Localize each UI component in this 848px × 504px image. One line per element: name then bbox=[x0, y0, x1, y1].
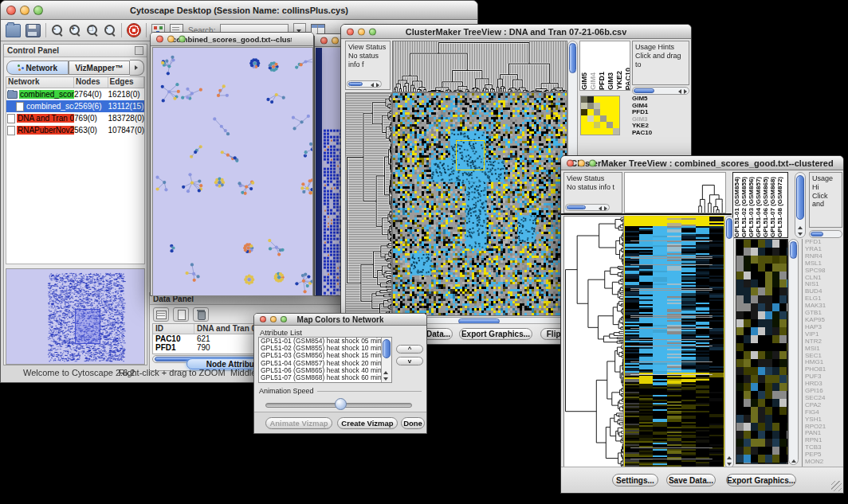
scroll-up-icon[interactable] bbox=[383, 371, 388, 374]
column-label[interactable]: GPL51-01 (GSM854) bbox=[734, 177, 740, 237]
close-icon[interactable] bbox=[347, 28, 354, 35]
column-header-network[interactable]: Network bbox=[6, 77, 74, 88]
help-icon[interactable] bbox=[127, 23, 141, 37]
network-canvas[interactable] bbox=[152, 47, 313, 296]
network-row-selected[interactable]: combined_sco 2569(6) 13112(15) bbox=[6, 100, 144, 112]
scroll-left-icon[interactable] bbox=[599, 206, 602, 211]
heatmap-vscrollbar[interactable] bbox=[724, 216, 734, 468]
tab-network[interactable]: Network bbox=[6, 61, 69, 75]
zoom-out-icon[interactable]: - bbox=[51, 24, 64, 37]
column-label[interactable]: GIM3 bbox=[607, 72, 614, 90]
scroll-right-icon[interactable] bbox=[604, 206, 607, 211]
tab-vizmapper[interactable]: VizMapper™ bbox=[69, 61, 131, 75]
save-data-button[interactable]: Save Data... bbox=[666, 474, 716, 486]
column-label[interactable]: PAC10 bbox=[625, 68, 630, 90]
dialog-titlebar[interactable]: Map Colors to Network bbox=[254, 314, 426, 326]
network-row[interactable]: combined_scores_ 2764(0) 16218(0) bbox=[6, 88, 144, 100]
scroll-up-icon[interactable] bbox=[727, 456, 732, 459]
network-row[interactable]: RNAPuberNov2+ 563(0) 107847(0) bbox=[6, 124, 144, 136]
column-dendrogram[interactable] bbox=[392, 41, 567, 92]
usage-hints-scrollbar[interactable] bbox=[809, 230, 842, 238]
gene-label[interactable]: MON2 bbox=[805, 459, 843, 466]
speed-slider-thumb[interactable] bbox=[335, 398, 347, 410]
column-label[interactable]: GPL51-08 (GSM872) bbox=[777, 177, 783, 237]
zoom-window-icon[interactable] bbox=[281, 316, 287, 322]
scrollbar-thumb[interactable] bbox=[796, 175, 804, 220]
minimize-icon[interactable] bbox=[578, 159, 585, 166]
scrollbar-thumb[interactable] bbox=[634, 88, 654, 93]
float-panel-icon[interactable] bbox=[135, 46, 143, 55]
view-status-scrollbar[interactable] bbox=[347, 80, 382, 88]
export-graphics-button[interactable]: Export Graphics... bbox=[459, 328, 532, 340]
more-tabs-button[interactable] bbox=[130, 60, 144, 76]
zoom-window-icon[interactable] bbox=[589, 159, 596, 166]
scrollbar-thumb[interactable] bbox=[790, 241, 797, 259]
row-label[interactable]: PAC10 bbox=[632, 130, 669, 137]
minimize-icon[interactable] bbox=[20, 6, 29, 15]
column-header-id[interactable]: ID bbox=[153, 324, 194, 334]
usage-hints-scrollbar[interactable] bbox=[632, 87, 689, 95]
close-icon[interactable] bbox=[320, 37, 328, 44]
scroll-left-icon[interactable] bbox=[371, 83, 374, 88]
column-label[interactable]: GPL51-07 (GSM868) bbox=[770, 177, 776, 237]
scroll-up-icon[interactable] bbox=[791, 459, 796, 463]
select-attributes-icon[interactable] bbox=[153, 307, 169, 322]
column-label[interactable]: YKE2 bbox=[616, 71, 623, 90]
minimize-icon[interactable] bbox=[332, 37, 339, 44]
global-heatmap[interactable] bbox=[392, 92, 567, 316]
column-label[interactable]: GPL51-06 (GSM865) bbox=[763, 177, 769, 237]
zoom-window-icon[interactable] bbox=[33, 6, 43, 15]
global-heatmap[interactable] bbox=[624, 216, 724, 468]
birdseye-view[interactable] bbox=[6, 268, 145, 365]
treeview2-titlebar[interactable]: ClusterMaker TreeView : combined_scores_… bbox=[561, 156, 843, 170]
network-view-titlebar[interactable]: combined_scores_good.txt--cluste... bbox=[151, 33, 313, 46]
scroll-right-icon[interactable] bbox=[684, 89, 687, 94]
zoom-window-icon[interactable] bbox=[369, 28, 376, 35]
column-label[interactable]: GIM4 bbox=[590, 72, 597, 90]
zoom-fit-icon[interactable]: □ bbox=[86, 24, 99, 37]
scroll-down-icon[interactable] bbox=[383, 377, 388, 381]
column-label[interactable]: GPL51-03 (GSM856) bbox=[748, 177, 755, 237]
gene-labels[interactable]: PFD1YRA1RNR4MSL1SPC98CLN1NIS1BUD4ELG1MAK… bbox=[802, 239, 843, 467]
settings-button[interactable]: Settings... bbox=[612, 474, 658, 486]
scroll-up-icon[interactable] bbox=[798, 226, 803, 229]
column-header-nodes[interactable]: Nodes bbox=[74, 77, 108, 88]
minimize-icon[interactable] bbox=[358, 28, 365, 35]
zoom-heatmap-vscrollbar[interactable] bbox=[788, 239, 799, 465]
column-label[interactable]: GPL51-02 (GSM855) bbox=[741, 177, 748, 237]
scroll-down-icon[interactable] bbox=[798, 232, 803, 236]
scrollbar-thumb[interactable] bbox=[567, 205, 586, 209]
close-icon[interactable] bbox=[156, 36, 163, 43]
zoom-in-icon[interactable]: + bbox=[69, 24, 81, 37]
scroll-right-icon[interactable] bbox=[376, 83, 379, 88]
column-labels[interactable]: GIM5GIM4PFD1GIM3YKE2PAC10 bbox=[579, 41, 630, 91]
row-labels[interactable]: GIM5GIM4PFD1GIM3YKE2PAC10 bbox=[632, 96, 669, 139]
network-row[interactable]: DNA and Tran 07 769(0) 183728(0) bbox=[6, 112, 144, 124]
row-dendrogram[interactable] bbox=[563, 216, 624, 468]
birdseye-selection-rect[interactable] bbox=[75, 309, 100, 344]
zoom-heatmap[interactable] bbox=[736, 239, 788, 464]
close-icon[interactable] bbox=[260, 316, 266, 322]
minimize-icon[interactable] bbox=[270, 316, 277, 322]
delete-attribute-icon[interactable] bbox=[193, 307, 209, 322]
scrollbar-thumb[interactable] bbox=[348, 82, 363, 86]
scrollbar-thumb[interactable] bbox=[726, 218, 732, 239]
scroll-left-icon[interactable] bbox=[678, 89, 681, 94]
column-dendrogram-area[interactable] bbox=[624, 172, 726, 213]
attribute-list[interactable]: GPL51-01 (GSM854) heat shock 05 minGPL51… bbox=[258, 337, 392, 383]
row-dendrogram[interactable] bbox=[345, 92, 392, 316]
save-session-icon[interactable] bbox=[26, 24, 41, 37]
resize-grip[interactable] bbox=[831, 481, 842, 491]
column-labels[interactable]: GPL51-01 (GSM854)GPL51-02 (GSM855)GPL51-… bbox=[732, 172, 788, 238]
close-icon[interactable] bbox=[6, 6, 16, 15]
cytoscape-titlebar[interactable]: Cytoscape Desktop (Session Name: collins… bbox=[1, 1, 477, 20]
treeview1-titlebar[interactable]: ClusterMaker TreeView : DNA and Tran 07-… bbox=[341, 25, 691, 39]
zoom-heatmap[interactable] bbox=[580, 96, 620, 135]
attribute-list-scrollbar[interactable] bbox=[381, 338, 391, 382]
export-graphics-button[interactable]: Export Graphics... bbox=[726, 474, 796, 486]
column-header-edges[interactable]: Edges bbox=[108, 77, 144, 88]
column-label[interactable]: PFD1 bbox=[599, 72, 606, 90]
attribute-item[interactable]: GPL51-07 (GSM868) heat shock 60 min bbox=[259, 374, 391, 381]
minimize-icon[interactable] bbox=[167, 36, 175, 43]
column-dendrogram[interactable] bbox=[697, 184, 724, 213]
